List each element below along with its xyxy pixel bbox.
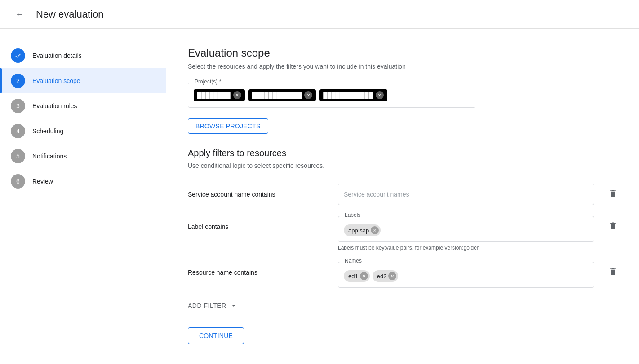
filters-title: Apply filters to resources (188, 148, 617, 158)
project-chip-text-3: ████████████ (323, 92, 373, 99)
service-account-delete-button[interactable] (608, 189, 617, 198)
project-chip-text-2: ████████████ (252, 92, 302, 99)
add-filter-button[interactable]: ADD FILTER (188, 298, 237, 313)
step-circle-6: 6 (11, 174, 25, 189)
projects-label: Project(s) * (193, 79, 223, 85)
service-account-filter-row: Service account name contains Service ac… (188, 184, 617, 205)
resource-name-filter-group: Names ed1 ✕ ed2 ✕ (338, 262, 594, 288)
sidebar-item-label-4: Scheduling (32, 127, 63, 135)
sidebar-item-label-2: Evaluation scope (32, 77, 80, 84)
sidebar-item-notifications[interactable]: 5 Notifications (0, 144, 166, 169)
projects-container[interactable]: Project(s) * ████████ ✕ ████████████ ✕ █… (188, 83, 475, 108)
sidebar-item-label-3: Evaluation rules (32, 102, 77, 110)
step-circle-3: 3 (11, 99, 25, 113)
resource-name-input-wrapper[interactable]: Names ed1 ✕ ed2 ✕ (338, 262, 594, 288)
add-filter-chevron-icon (230, 302, 237, 309)
resource-name-chip-close-ed2[interactable]: ✕ (388, 272, 396, 280)
label-chip-text-app-sap: app:sap (348, 227, 369, 234)
resource-name-chip-ed1: ed1 ✕ (344, 270, 370, 282)
service-account-filter-label: Service account name contains (188, 184, 327, 198)
label-chip-close-app-sap[interactable]: ✕ (371, 226, 379, 234)
sidebar: Evaluation details 2 Evaluation scope 3 … (0, 29, 166, 364)
evaluation-scope-title: Evaluation scope (188, 47, 617, 59)
step-circle-2: 2 (11, 74, 25, 88)
names-field-label: Names (343, 258, 364, 264)
resource-name-chip-close-ed1[interactable]: ✕ (360, 272, 368, 280)
resource-name-delete-button[interactable] (608, 267, 617, 276)
back-button[interactable]: ← (11, 5, 29, 23)
sidebar-item-evaluation-scope[interactable]: 2 Evaluation scope (0, 68, 166, 93)
layout: Evaluation details 2 Evaluation scope 3 … (0, 29, 639, 364)
main-content: Evaluation scope Select the resources an… (166, 29, 639, 364)
sidebar-item-evaluation-rules[interactable]: 3 Evaluation rules (0, 93, 166, 118)
sidebar-item-scheduling[interactable]: 4 Scheduling (0, 118, 166, 144)
service-account-placeholder: Service account names (344, 191, 409, 198)
label-filter-label: Label contains (188, 216, 327, 230)
sidebar-item-evaluation-details[interactable]: Evaluation details (0, 43, 166, 68)
projects-field-group: Project(s) * ████████ ✕ ████████████ ✕ █… (188, 83, 617, 108)
step-circle-1 (11, 48, 25, 63)
sidebar-item-review[interactable]: 6 Review (0, 169, 166, 194)
project-chip-close-3[interactable]: ✕ (376, 91, 384, 99)
resource-name-chip-ed2: ed2 ✕ (373, 270, 399, 282)
project-chip-2: ████████████ ✕ (248, 89, 316, 101)
label-filter-group: Labels app:sap ✕ Labels must be key:valu… (338, 216, 594, 251)
project-chip-close-1[interactable]: ✕ (233, 91, 241, 99)
evaluation-scope-subtitle: Select the resources and apply the filte… (188, 63, 617, 70)
label-delete-button[interactable] (608, 221, 617, 230)
project-chip-1: ████████ ✕ (194, 89, 245, 101)
project-chip-text-1: ████████ (197, 92, 231, 99)
page-title: New evaluation (36, 9, 103, 20)
project-chip-3: ████████████ ✕ (320, 89, 387, 101)
resource-name-filter-row: Resource name contains Names ed1 ✕ ed2 ✕ (188, 262, 617, 288)
label-filter-row: Label contains Labels app:sap ✕ Labels m… (188, 216, 617, 251)
step-circle-5: 5 (11, 149, 25, 163)
resource-name-chip-text-ed2: ed2 (377, 273, 387, 280)
label-chip-app-sap: app:sap ✕ (344, 224, 381, 236)
label-input-wrapper[interactable]: Labels app:sap ✕ (338, 216, 594, 242)
step-circle-4: 4 (11, 124, 25, 138)
continue-button[interactable]: CONTINUE (188, 327, 244, 344)
header: ← New evaluation (0, 0, 639, 29)
sidebar-item-label-5: Notifications (32, 153, 67, 160)
resource-name-filter-label: Resource name contains (188, 262, 327, 276)
sidebar-item-label-1: Evaluation details (32, 52, 82, 59)
filters-subtitle: Use conditional logic to select specific… (188, 162, 617, 169)
project-chip-close-2[interactable]: ✕ (304, 91, 312, 99)
sidebar-item-label-6: Review (32, 178, 53, 185)
service-account-input-wrapper[interactable]: Service account names (338, 184, 594, 205)
add-filter-label: ADD FILTER (188, 302, 226, 309)
labels-field-label: Labels (343, 212, 362, 218)
service-account-filter-group: Service account names (338, 184, 594, 205)
browse-projects-button[interactable]: BROWSE PROJECTS (188, 118, 268, 134)
resource-name-chip-text-ed1: ed1 (348, 273, 358, 280)
label-hint-text: Labels must be key:value pairs, for exam… (338, 245, 594, 251)
